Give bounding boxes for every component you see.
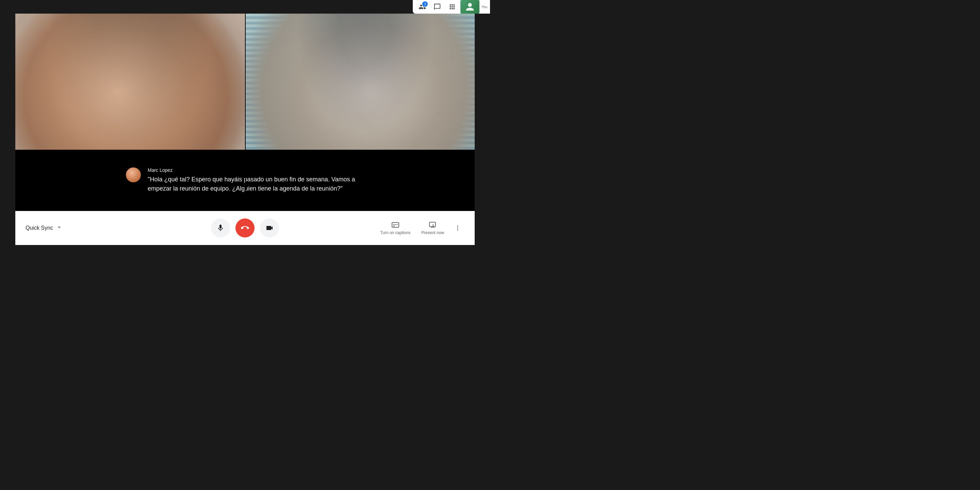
svg-rect-3 [396,224,398,225]
camera-button[interactable] [260,218,279,237]
control-bar: Quick Sync [15,211,475,245]
caption-text: "Hola ¿qué tal? Espero que hayáis pasado… [148,175,364,193]
svg-point-6 [457,226,458,227]
chat-button[interactable] [430,0,444,14]
side-padding-right [475,0,490,245]
right-controls: Turn on captions Present now [376,218,465,238]
side-padding-left [0,0,15,245]
self-preview-label: You [482,5,487,9]
present-now-button[interactable]: Present now [417,218,448,238]
caption-avatar-image [126,167,141,182]
self-preview-image [460,0,479,14]
svg-rect-4 [393,226,395,226]
present-label: Present now [421,231,444,235]
caption-speaker-name: Marc Lopez [148,167,364,173]
top-bar: 3 You [413,0,490,14]
activities-button[interactable] [445,0,459,14]
captions-label: Turn on captions [380,231,410,235]
participants-badge: 3 [422,2,428,7]
microphone-button[interactable] [211,218,230,237]
self-preview[interactable] [460,0,479,14]
svg-point-8 [457,229,458,231]
meeting-name-section: Quick Sync [25,224,94,232]
video-separator [245,14,246,211]
meeting-name: Quick Sync [25,225,53,231]
center-controls [211,218,279,237]
present-icon [429,221,437,229]
more-options-button[interactable] [451,221,465,235]
svg-point-7 [457,227,458,228]
captions-button[interactable]: Turn on captions [376,218,414,238]
caption-text-area: Marc Lopez "Hola ¿qué tal? Espero que ha… [148,167,364,193]
captions-icon [391,221,399,229]
caption-avatar [126,167,141,182]
expand-icon[interactable] [56,224,63,232]
end-call-button[interactable] [235,218,255,237]
svg-rect-2 [395,224,396,225]
svg-rect-1 [393,224,395,225]
participants-button[interactable]: 3 [415,0,429,14]
